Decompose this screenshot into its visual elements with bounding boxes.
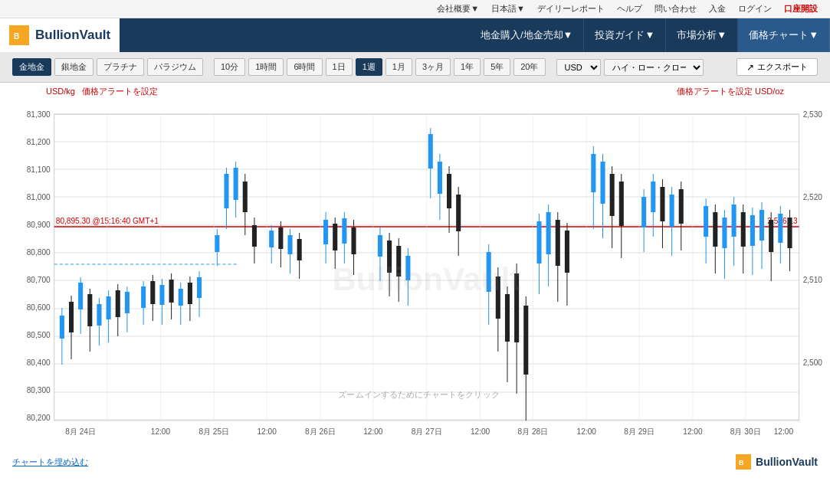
metal-palladium[interactable]: パラジウム <box>147 58 203 76</box>
footer-logo-text: BullionVault <box>756 456 818 468</box>
svg-rect-82 <box>150 281 155 304</box>
svg-rect-80 <box>141 286 146 308</box>
svg-text:12:00: 12:00 <box>257 427 277 436</box>
chart-toolbar: 金地金 銀地金 プラチナ パラジウム 10分 1時間 6時間 1日 1週 1月 … <box>0 52 830 83</box>
tf-1hour[interactable]: 1時間 <box>248 58 284 76</box>
svg-rect-152 <box>565 231 569 273</box>
tf-1month[interactable]: 1月 <box>385 58 412 76</box>
svg-rect-114 <box>333 224 337 250</box>
svg-rect-158 <box>610 174 615 216</box>
price-alert-left[interactable]: USD/kg 価格アラートを設定 <box>46 86 158 97</box>
embed-link[interactable]: チャートを埋め込む <box>12 457 88 468</box>
main-nav-links: 地金購入/地金売却▼ 投資ガイド▼ 市場分析▼ 価格チャート▼ <box>470 18 830 52</box>
svg-rect-98 <box>234 168 238 200</box>
svg-rect-188 <box>778 214 782 243</box>
tf-10min[interactable]: 10分 <box>214 58 245 76</box>
top-nav-help[interactable]: ヘルプ <box>617 3 642 15</box>
svg-text:2,500: 2,500 <box>803 358 822 367</box>
svg-text:80,700: 80,700 <box>27 276 51 284</box>
svg-rect-110 <box>297 239 302 260</box>
svg-rect-108 <box>287 235 292 254</box>
chart-wrapper[interactable]: .grid-line { stroke: #e0e0e0; stroke-wid… <box>8 99 822 451</box>
top-nav-daily-report[interactable]: デイリーレポート <box>537 3 605 15</box>
svg-rect-190 <box>787 218 792 248</box>
svg-rect-88 <box>179 289 183 306</box>
nav-price-chart[interactable]: 価格チャート▼ <box>738 18 830 52</box>
footer-logo-icon: B <box>736 454 751 470</box>
nav-investment-guide[interactable]: 投資ガイド▼ <box>584 18 666 52</box>
chart-area: USD/kg 価格アラートを設定 価格アラートを設定 USD/oz .grid-… <box>0 83 830 474</box>
svg-text:12:00: 12:00 <box>363 427 383 436</box>
tf-6hour[interactable]: 6時間 <box>287 58 322 76</box>
svg-rect-74 <box>107 296 111 319</box>
logo-text: BullionVault <box>35 28 110 43</box>
svg-rect-186 <box>769 220 773 252</box>
svg-text:81,200: 81,200 <box>27 138 51 146</box>
logo-area[interactable]: B BullionVault <box>0 18 120 52</box>
price-type-select[interactable]: ハイ・ロー・クローズ <box>604 59 704 76</box>
svg-rect-132 <box>447 174 451 208</box>
top-nav-login[interactable]: ログイン <box>738 3 772 15</box>
svg-rect-118 <box>351 227 356 254</box>
svg-rect-160 <box>619 182 624 226</box>
svg-rect-166 <box>660 187 664 221</box>
svg-rect-140 <box>505 294 510 342</box>
svg-text:81,300: 81,300 <box>27 110 51 119</box>
toolbar-right: ↗ エクスポート <box>737 58 818 76</box>
svg-text:12:00: 12:00 <box>151 427 171 436</box>
svg-rect-134 <box>456 195 461 231</box>
svg-text:8月 25日: 8月 25日 <box>198 427 229 436</box>
svg-rect-96 <box>224 174 228 208</box>
svg-text:8月 30日: 8月 30日 <box>730 427 761 436</box>
chart-footer: チャートを埋め込む B BullionVault <box>0 451 830 474</box>
price-alert-right[interactable]: 価格アラートを設定 USD/oz <box>677 86 784 97</box>
svg-rect-180 <box>741 212 746 247</box>
tf-3month[interactable]: 3ヶ月 <box>415 58 451 76</box>
tf-5year[interactable]: 5年 <box>484 58 510 76</box>
metal-gold[interactable]: 金地金 <box>12 58 51 76</box>
tf-1year[interactable]: 1年 <box>454 58 481 76</box>
svg-rect-154 <box>591 154 595 192</box>
nav-buy-sell[interactable]: 地金購入/地金売却▼ <box>470 18 584 52</box>
svg-text:12:00: 12:00 <box>683 427 703 436</box>
svg-rect-116 <box>342 218 346 244</box>
top-nav-contact[interactable]: 問い合わせ <box>654 3 697 15</box>
svg-rect-156 <box>600 162 605 204</box>
svg-rect-94 <box>215 235 219 252</box>
metal-platinum[interactable]: プラチナ <box>97 58 144 76</box>
svg-rect-92 <box>197 277 202 298</box>
svg-rect-76 <box>116 290 120 317</box>
svg-rect-128 <box>428 134 433 169</box>
svg-rect-102 <box>252 225 257 247</box>
tf-1week[interactable]: 1週 <box>356 58 382 76</box>
svg-rect-100 <box>243 182 248 212</box>
logo-icon: B <box>9 25 29 45</box>
top-navigation: 会社概要▼ 日本語▼ デイリーレポート ヘルプ 問い合わせ 入金 ログイン 口座… <box>0 0 830 18</box>
svg-rect-70 <box>87 294 92 326</box>
svg-text:80,800: 80,800 <box>27 248 51 257</box>
svg-text:80,400: 80,400 <box>27 358 51 367</box>
svg-rect-164 <box>651 182 655 212</box>
export-label: エクスポート <box>757 61 808 73</box>
nav-market-analysis[interactable]: 市場分析▼ <box>666 18 738 52</box>
svg-text:8月 24日: 8月 24日 <box>65 427 96 436</box>
price-alert-left-label[interactable]: 価格アラートを設定 <box>82 87 158 96</box>
currency-select[interactable]: USDEURGBP <box>556 59 601 76</box>
export-button[interactable]: ↗ エクスポート <box>737 58 818 76</box>
svg-text:8月 29日: 8月 29日 <box>624 427 654 436</box>
top-nav-open-account[interactable]: 口座開設 <box>784 3 818 15</box>
top-nav-deposit[interactable]: 入金 <box>709 3 726 15</box>
svg-text:80,600: 80,600 <box>27 303 51 312</box>
metal-silver[interactable]: 銀地金 <box>54 58 93 76</box>
svg-rect-78 <box>125 292 130 313</box>
svg-text:80,900: 80,900 <box>27 221 51 229</box>
top-nav-company[interactable]: 会社概要▼ <box>437 3 479 15</box>
svg-rect-178 <box>732 205 737 237</box>
svg-text:12:00: 12:00 <box>471 427 490 436</box>
footer-logo: B BullionVault <box>736 454 818 470</box>
tf-1day[interactable]: 1日 <box>326 58 353 76</box>
tf-20year[interactable]: 20年 <box>513 58 545 76</box>
top-nav-language[interactable]: 日本語▼ <box>491 3 525 15</box>
svg-rect-168 <box>670 195 674 227</box>
svg-rect-106 <box>278 227 283 249</box>
